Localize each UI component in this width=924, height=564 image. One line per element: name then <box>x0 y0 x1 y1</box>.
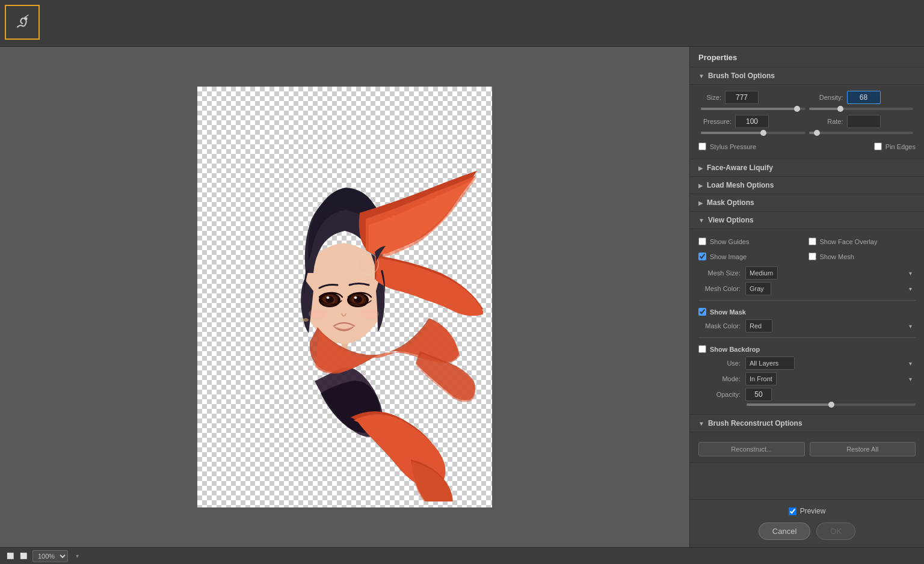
rate-input[interactable] <box>847 115 881 128</box>
opacity-slider-thumb[interactable] <box>828 402 834 408</box>
ok-button[interactable]: OK <box>816 523 855 540</box>
pressure-rate-row: Pressure: Rate: <box>698 115 916 128</box>
mesh-size-row: Mesh Size: Medium Small Large <box>698 266 916 280</box>
show-image-checkbox-row: Show Image <box>698 253 806 260</box>
density-slider-fill <box>809 108 840 110</box>
size-slider-fill <box>701 108 797 110</box>
zoom-dropdown-icon: ▾ <box>73 552 81 560</box>
show-image-checkbox[interactable] <box>698 253 706 260</box>
size-slider-track[interactable] <box>701 108 805 110</box>
use-dropdown-wrapper: All Layers Current Layer <box>745 357 916 370</box>
reconstruct-buttons-row: Reconstruct... Restore All <box>698 442 916 456</box>
rate-slider-thumb[interactable] <box>814 130 820 136</box>
show-backdrop-checkbox[interactable] <box>698 345 706 353</box>
pressure-label: Pressure: <box>698 118 732 125</box>
opacity-slider-track[interactable] <box>747 403 916 406</box>
mask-color-row: Mask Color: Red Green Blue White Black <box>698 319 916 333</box>
show-mask-checkbox[interactable] <box>698 308 706 316</box>
use-select[interactable]: All Layers Current Layer <box>745 357 795 370</box>
show-guides-checkbox[interactable] <box>698 238 706 245</box>
face-aware-liquify-title: Face-Aware Liquify <box>707 164 773 172</box>
header-bar <box>0 0 924 47</box>
size-label: Size: <box>698 94 721 101</box>
canvas-container <box>197 87 492 507</box>
show-mesh-label: Show Mesh <box>820 253 854 260</box>
face-aware-liquify-header[interactable]: ▶ Face-Aware Liquify <box>690 159 924 177</box>
mask-color-select[interactable]: Red Green Blue White Black <box>745 319 772 333</box>
action-buttons: Cancel OK <box>698 523 916 540</box>
cancel-button[interactable]: Cancel <box>759 523 810 540</box>
stylus-pressure-checkbox-row: Stylus Pressure <box>698 143 756 150</box>
liquify-tool-icon <box>13 13 32 32</box>
pressure-input[interactable] <box>735 115 769 128</box>
mask-options-arrow: ▶ <box>698 200 703 206</box>
stylus-pressure-checkbox[interactable] <box>698 143 706 150</box>
pressure-slider-track[interactable] <box>701 132 805 134</box>
pressure-slider-fill <box>701 132 763 134</box>
panel-content: ▼ Brush Tool Options Size: Density: <box>690 67 924 499</box>
mode-label: Mode: <box>698 375 741 382</box>
mesh-color-dropdown-wrapper: Gray Black White Red <box>745 282 916 295</box>
mode-select[interactable]: In Front Behind <box>745 372 777 385</box>
tool-icon-box[interactable] <box>5 5 40 40</box>
brush-tool-options-header[interactable]: ▼ Brush Tool Options <box>690 67 924 85</box>
mask-options-header[interactable]: ▶ Mask Options <box>690 194 924 212</box>
preview-label: Preview <box>800 507 826 515</box>
artwork-svg <box>206 93 483 501</box>
status-icon-2: ⬜ <box>19 552 28 560</box>
preview-checkbox[interactable] <box>789 507 796 515</box>
opacity-input[interactable] <box>745 388 772 401</box>
mask-color-dropdown-wrapper: Red Green Blue White Black <box>745 319 916 333</box>
opacity-row: Opacity: <box>698 388 916 401</box>
brush-reconstruct-arrow: ▼ <box>698 420 704 427</box>
mesh-size-select[interactable]: Medium Small Large <box>745 266 778 280</box>
svg-point-15 <box>303 318 309 322</box>
density-slider-track[interactable] <box>809 108 914 110</box>
brush-reconstruct-body: Reconstruct... Restore All <box>690 432 924 463</box>
mesh-color-row: Mesh Color: Gray Black White Red <box>698 282 916 295</box>
brush-tool-options-arrow: ▼ <box>698 73 704 79</box>
mesh-color-select[interactable]: Gray Black White Red <box>745 282 771 295</box>
panel-bottom: Preview Cancel OK <box>690 499 924 547</box>
svg-point-12 <box>309 309 327 319</box>
size-slider-row <box>698 108 916 110</box>
use-label: Use: <box>698 360 741 367</box>
mesh-size-dropdown-wrapper: Medium Small Large <box>745 266 916 280</box>
svg-point-6 <box>327 296 330 299</box>
density-input[interactable] <box>847 91 881 104</box>
canvas-artwork <box>197 87 492 507</box>
view-options-header[interactable]: ▼ View Options <box>690 212 924 229</box>
brush-tool-options-body: Size: Density: <box>690 85 924 159</box>
load-mesh-options-header[interactable]: ▶ Load Mesh Options <box>690 177 924 194</box>
pin-edges-checkbox[interactable] <box>874 143 882 150</box>
restore-all-button[interactable]: Restore All <box>810 442 916 456</box>
pressure-slider-thumb[interactable] <box>760 130 766 136</box>
rate-field-row: Rate: <box>810 115 916 128</box>
density-slider-thumb[interactable] <box>837 106 843 112</box>
show-mesh-checkbox[interactable] <box>808 253 816 260</box>
properties-panel: Properties ▼ Brush Tool Options Size: <box>689 47 924 547</box>
reconstruct-button[interactable]: Reconstruct... <box>698 442 805 456</box>
status-bar: ⬜ ⬜ 100% 50% 200% ▾ <box>0 547 924 564</box>
status-icon-1: ⬜ <box>6 552 14 560</box>
view-options-arrow: ▼ <box>698 217 704 224</box>
pin-edges-checkbox-row: Pin Edges <box>874 143 916 150</box>
density-row: Density: <box>810 91 916 104</box>
size-density-row: Size: Density: <box>698 91 916 104</box>
size-slider-thumb[interactable] <box>794 106 800 112</box>
view-options-title: View Options <box>708 216 754 224</box>
checkbox-options-row: Stylus Pressure Pin Edges <box>698 140 916 153</box>
svg-point-11 <box>354 296 357 299</box>
rate-slider-track[interactable] <box>809 132 914 134</box>
rate-label: Rate: <box>810 118 843 125</box>
size-input[interactable] <box>725 91 759 104</box>
mode-dropdown-wrapper: In Front Behind <box>745 372 916 385</box>
show-face-overlay-checkbox[interactable] <box>808 238 816 245</box>
brush-reconstruct-header[interactable]: ▼ Brush Reconstruct Options <box>690 415 924 432</box>
pin-edges-label: Pin Edges <box>886 143 916 150</box>
opacity-slider-fill <box>747 403 831 406</box>
brush-tool-options-title: Brush Tool Options <box>708 72 775 80</box>
opacity-control <box>745 388 916 401</box>
show-face-overlay-checkbox-row: Show Face Overlay <box>808 238 916 245</box>
zoom-select[interactable]: 100% 50% 200% <box>32 550 68 562</box>
